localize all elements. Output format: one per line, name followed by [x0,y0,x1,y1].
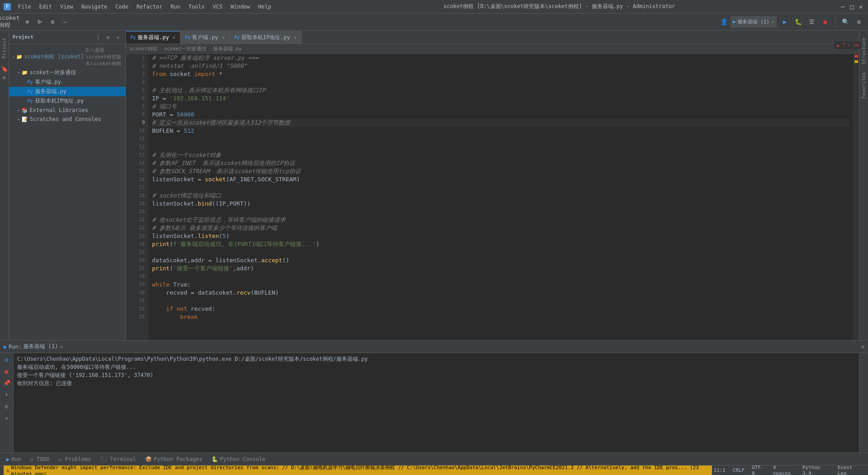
status-right: 11:1 CRLF UTF-8 4 spaces Python 3.9 Even… [712,465,864,475]
ln-17: 17 [130,184,145,192]
tree-item-scratches[interactable]: ▸ 📝 Scratches and Consoles [9,115,125,124]
tree-item-client[interactable]: Py 客户端.py [9,77,125,87]
footer-tab-python-console[interactable]: 🐍 Python Console [207,453,270,465]
status-line-col[interactable]: 11:1 [712,467,728,473]
menu-code[interactable]: Code [112,3,132,11]
tree-root[interactable]: ▾ 📁 scoket例程 [scoket] D:\桌面\scoket研究版本\s… [9,46,125,68]
split-button[interactable]: ⫸ [35,17,45,27]
title-bar: P File Edit View Navigate Code Refactor … [0,0,868,13]
tree-item-ext-lib[interactable]: ▸ 📚 External Libraries [9,106,125,115]
menu-file[interactable]: File [14,3,35,11]
run-name: 服务器端 (1) [23,343,58,350]
tree-item-ip[interactable]: Py 获取本机IP地址.py [9,96,125,106]
ln-24: 24 [130,240,145,248]
code-editor[interactable]: # ==TCP 服务端程序 server.py === # netstat -a… [148,54,853,340]
code-line-11 [152,135,849,143]
ln-8: 8 [130,111,145,119]
footer-tab-todo[interactable]: ☑ TODO [26,453,54,465]
code-line-24: print(f'服务端启动成功, 在{PORT}端口等待客户链接...') [152,240,849,248]
footer-tab-run[interactable]: ▶ Run [2,453,26,465]
settings-main[interactable]: ⚙ [854,17,864,27]
run-button[interactable]: ▶ [779,17,790,27]
warning-marker [855,60,858,63]
run-panel-settings[interactable]: ⚙ [861,344,864,350]
status-warning-banner[interactable]: ⚠ Windows Defender might impact performa… [4,466,712,475]
stop-button[interactable]: ■ [820,17,831,27]
tree-scratches-label: Scratches and Consoles [30,116,101,122]
tree-folder-label: scoket一对多通信 [30,69,76,76]
menu-edit[interactable]: Edit [36,3,56,11]
footer-tab-python-packages[interactable]: 📦 Python Packages [141,453,207,465]
bottom-panel-right [859,353,868,453]
scroll-end-btn[interactable]: ⬇ [2,390,11,399]
ln-16: 16 [130,175,145,184]
ln-14: 14 [130,159,145,167]
problems-tab-label: ⚠ Problems [58,456,91,462]
structure-icon[interactable]: ≡ [3,74,6,81]
ext-lib-arrow: ▸ [16,108,22,113]
tab-icon-ip: Py [234,35,240,40]
tab-ip[interactable]: Py 获取本机IP地址.py ✕ [230,31,302,44]
menu-tools[interactable]: Tools [185,3,208,11]
settings-button[interactable]: ⚙ [47,17,58,27]
run-close-btn[interactable]: ✕ [60,344,63,350]
breadcrumb-folder[interactable]: scoket一对多通信 [164,45,206,52]
toolbar: scoket例程 ⊕ ⫸ ⚙ — 👤 ▶ 服务器端 (1) ▾ ▶ 🐛 ☰ ■ … [0,13,868,31]
bookmarks-icon[interactable]: 🔖 [1,66,8,72]
tab-server[interactable]: Py 服务器端.py ✕ [126,31,180,44]
collapse-all-icon[interactable]: ⟨ [94,33,102,41]
code-line-32: if not recved: [152,305,849,313]
close-button[interactable]: ✕ [857,3,864,10]
settings-run-btn[interactable]: ⚙ [2,402,11,411]
debug-button[interactable]: 🐛 [793,17,804,27]
search-everywhere[interactable]: 🔍 [840,17,851,27]
tree-item-scoket-folder[interactable]: ▾ 📁 scoket一对多通信 [9,68,125,77]
menu-refactor[interactable]: Refactor [133,3,166,11]
maximize-button[interactable]: □ [848,3,855,10]
console-line-1: 服务端启动成功, 在50000端口等待客户链接... [17,363,855,371]
favorites-tab[interactable]: Favorites [860,68,868,103]
ln-6: 6 [130,94,145,103]
close-run-btn[interactable]: ✕ [2,413,11,422]
status-utf8[interactable]: UTF-8 [750,465,768,475]
python-packages-icon: 📦 [145,456,152,462]
minimize-button[interactable]: ─ [839,3,846,10]
breadcrumb-file[interactable]: 服务器端.py [213,45,242,52]
menu-navigate[interactable]: Navigate [78,3,111,11]
status-crlf[interactable]: CRLF [731,467,747,473]
project-tab[interactable]: Project [0,34,8,62]
status-indent[interactable]: 4 spaces [771,465,797,475]
structure-right-tab[interactable]: Structure [860,34,868,68]
run-configuration[interactable]: ▶ 服务器端 (1) ▾ [730,16,777,28]
menu-help[interactable]: Help [255,3,275,11]
rerun-btn[interactable]: ↺ [2,355,11,364]
add-button[interactable]: ⊕ [22,17,33,27]
menu-vcs[interactable]: VCS [209,3,226,11]
ln-30: 30 [130,289,145,297]
footer-tab-problems[interactable]: ⚠ Problems [54,453,95,465]
menu-window[interactable]: Window [227,3,254,11]
pin-tab-btn[interactable]: 📌 [2,378,11,387]
stop-run-btn[interactable]: ■ [2,367,11,376]
tree-item-server[interactable]: Py 服务器端.py [9,87,125,96]
close-panel-button[interactable]: — [60,17,71,27]
python-console-icon: 🐍 [211,456,218,462]
tab-close-client[interactable]: ✕ [222,35,225,40]
footer-tab-terminal[interactable]: ⬛ Terminal [96,453,141,465]
event-log-link[interactable]: Event Log [836,465,864,475]
menu-run[interactable]: Run [167,3,184,11]
breadcrumb-project[interactable]: scoket例程 [130,45,157,52]
tab-close-ip[interactable]: ✕ [294,35,297,40]
status-warning-text: Windows Defender might impact performanc… [11,464,709,475]
tab-client[interactable]: Py 客户端.py ✕ [180,31,229,44]
py-file-icon-ip: Py [27,98,33,104]
project-settings-icon[interactable]: ⚙ [104,33,112,41]
code-line-16: listenSocket = socket(AF_INET,SOCK_STREA… [152,175,849,184]
project-close-icon[interactable]: ✕ [114,33,122,41]
project-dropdown[interactable]: scoket例程 [4,17,14,27]
run-with-coverage[interactable]: ☰ [806,17,817,27]
status-python-version[interactable]: Python 3.9 [801,465,832,475]
run-config-chevron: ▾ [771,19,774,24]
tab-close-server[interactable]: ✕ [173,35,176,40]
menu-view[interactable]: View [57,3,77,11]
